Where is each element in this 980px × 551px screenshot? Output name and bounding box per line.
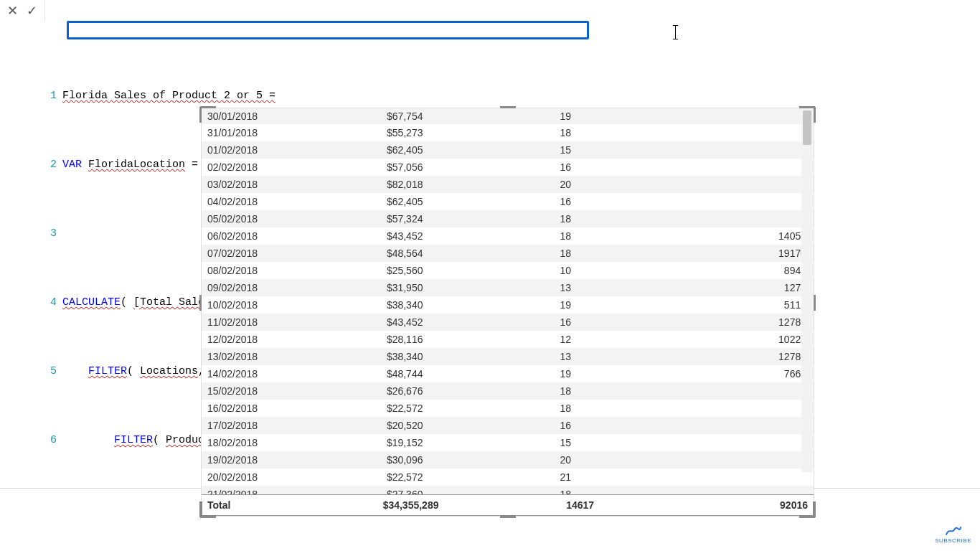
- table-row[interactable]: 02/02/2018$57,05616: [202, 159, 814, 176]
- text-cursor: [675, 26, 676, 39]
- table-row[interactable]: 14/02/2018$48,744197668: [202, 365, 814, 382]
- table-row[interactable]: 16/02/2018$22,57218: [202, 400, 814, 417]
- cell-v1: 16: [444, 417, 600, 434]
- cell-date: 20/02/2018: [202, 468, 318, 486]
- gutter-line-1: 1: [45, 88, 62, 105]
- cell-date: 15/02/2018: [202, 382, 318, 400]
- cell-amt: $43,452: [318, 227, 444, 245]
- table-row[interactable]: 08/02/2018$25,560108946: [202, 262, 814, 279]
- table-row[interactable]: 11/02/2018$43,4521612780: [202, 314, 814, 331]
- table-row[interactable]: 04/02/2018$62,40516: [202, 193, 814, 210]
- cell-date: 08/02/2018: [202, 262, 318, 279]
- table-scroll-area[interactable]: 30/01/2018$67,7541931/01/2018$55,2731801…: [202, 108, 814, 494]
- table-row[interactable]: 30/01/2018$67,75419: [202, 108, 814, 124]
- table-row[interactable]: 10/02/2018$38,340195112: [202, 296, 814, 314]
- table-row[interactable]: 06/02/2018$43,4521814058: [202, 227, 814, 245]
- table-row[interactable]: 01/02/2018$62,40515: [202, 141, 814, 159]
- highlight-box: [67, 21, 589, 39]
- subscribe-label: SUBSCRIBE: [935, 537, 971, 544]
- cell-v1: 19: [444, 108, 600, 124]
- table-row[interactable]: 31/01/2018$55,27318: [202, 124, 814, 141]
- cell-amt: $38,340: [318, 348, 444, 365]
- table-row[interactable]: 05/02/2018$57,32418: [202, 210, 814, 227]
- cell-v1: 20: [444, 451, 600, 468]
- cell-date: 16/02/2018: [202, 400, 318, 417]
- cell-date: 01/02/2018: [202, 141, 318, 159]
- cell-v1: 18: [444, 124, 600, 141]
- resize-handle[interactable]: [813, 501, 816, 517]
- cell-v2: [600, 210, 814, 227]
- cell-date: 12/02/2018: [202, 331, 318, 348]
- cell-v2: 19170: [600, 245, 814, 262]
- cell-v1: 13: [444, 348, 600, 365]
- cell-amt: $62,405: [318, 141, 444, 159]
- gutter-line-3: 3: [45, 225, 62, 242]
- table-row[interactable]: 15/02/2018$26,67618: [202, 382, 814, 400]
- cell-v1: 13: [444, 279, 600, 296]
- cell-amt: $67,754: [318, 108, 444, 124]
- cell-amt: $26,676: [318, 382, 444, 400]
- cell-amt: $82,018: [318, 176, 444, 193]
- table-row[interactable]: 12/02/2018$28,1161210224: [202, 331, 814, 348]
- cell-amt: $22,572: [318, 400, 444, 417]
- cell-v1: 18: [444, 227, 600, 245]
- cell-date: 10/02/2018: [202, 296, 318, 314]
- table-row[interactable]: 13/02/2018$38,3401312780: [202, 348, 814, 365]
- table-row[interactable]: 20/02/2018$22,57221: [202, 468, 814, 486]
- cancel-icon[interactable]: ✕: [7, 3, 18, 19]
- cell-v2: [600, 451, 814, 468]
- cell-v1: 12: [444, 331, 600, 348]
- vertical-scrollbar[interactable]: [801, 109, 813, 472]
- cell-amt: $57,324: [318, 210, 444, 227]
- cell-v1: 16: [444, 159, 600, 176]
- cell-date: 30/01/2018: [202, 108, 318, 124]
- table-row[interactable]: 21/02/2018$27,36018: [202, 486, 814, 494]
- resize-handle[interactable]: [500, 515, 516, 518]
- commit-icon[interactable]: ✓: [27, 3, 37, 19]
- cell-v1: 18: [444, 382, 600, 400]
- table-row[interactable]: 03/02/2018$82,01820: [202, 176, 814, 193]
- table-row[interactable]: 18/02/2018$19,15215: [202, 434, 814, 451]
- cell-v1: 16: [444, 193, 600, 210]
- table-row[interactable]: 07/02/2018$48,5641819170: [202, 245, 814, 262]
- fn-calculate: CALCULATE: [62, 296, 121, 309]
- totals-value-2: 92016: [600, 495, 814, 516]
- resize-handle[interactable]: [199, 501, 202, 517]
- paren-open: (: [127, 365, 140, 377]
- kw-var: VAR: [62, 159, 82, 171]
- table-row[interactable]: 09/02/2018$31,950131278: [202, 279, 814, 296]
- gutter-line-2: 2: [45, 156, 62, 174]
- cell-amt: $28,116: [318, 331, 444, 348]
- scrollbar-thumb[interactable]: [803, 110, 811, 145]
- table-row[interactable]: 17/02/2018$20,52016: [202, 417, 814, 434]
- cell-amt: $19,152: [318, 434, 444, 451]
- cell-date: 05/02/2018: [202, 210, 318, 227]
- cell-date: 31/01/2018: [202, 124, 318, 141]
- cell-v2: [600, 159, 814, 176]
- cell-v2: [600, 486, 814, 494]
- cell-v2: 12780: [600, 314, 814, 331]
- cell-amt: $62,405: [318, 193, 444, 210]
- cell-v2: 10224: [600, 331, 814, 348]
- paren-open: (: [153, 434, 166, 446]
- cell-v1: 18: [444, 245, 600, 262]
- table-visual[interactable]: 30/01/2018$67,7541931/01/2018$55,2731801…: [201, 108, 814, 517]
- var-name: FloridaLocation: [88, 159, 185, 171]
- cell-amt: $25,560: [318, 262, 444, 279]
- cell-v2: 1278: [600, 279, 814, 296]
- measure-name: Florida Sales of Product 2 or 5 =: [62, 90, 275, 102]
- cell-v2: [600, 382, 814, 400]
- totals-value-1: 14617: [444, 495, 600, 516]
- cell-date: 18/02/2018: [202, 434, 318, 451]
- cell-amt: $57,056: [318, 159, 444, 176]
- cell-v1: 18: [444, 486, 600, 494]
- totals-row-table: Total $34,355,289 14617 92016: [202, 494, 814, 516]
- formula-action-icons: ✕ ✓: [0, 0, 45, 22]
- cell-v2: [600, 468, 814, 486]
- resize-handle[interactable]: [200, 515, 216, 518]
- table-row[interactable]: 19/02/2018$30,09620: [202, 451, 814, 468]
- cell-amt: $48,564: [318, 245, 444, 262]
- subscribe-watermark: SUBSCRIBE: [935, 526, 971, 544]
- cell-v1: 16: [444, 314, 600, 331]
- cell-amt: $22,572: [318, 468, 444, 486]
